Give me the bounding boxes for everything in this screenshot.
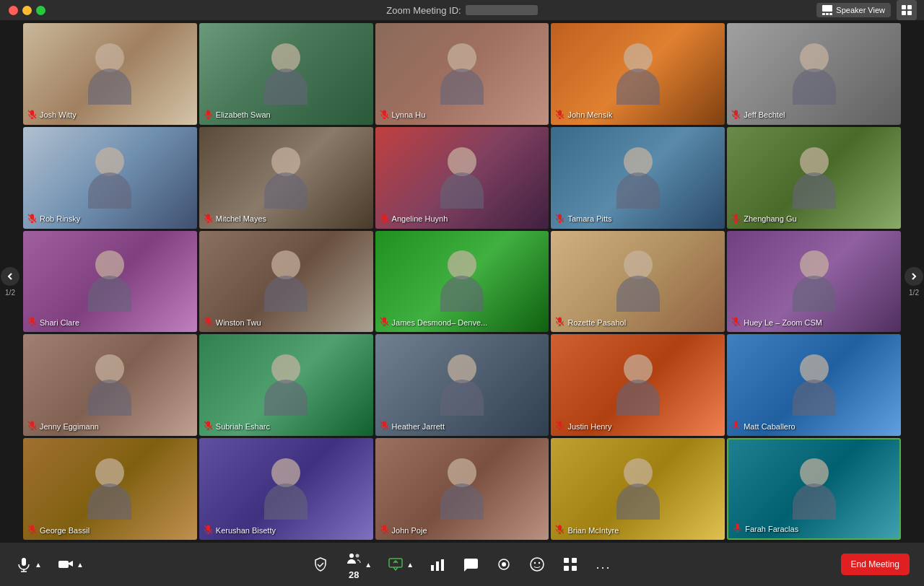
- participant-name-label: Subriah Esharc: [204, 421, 270, 432]
- maximize-button[interactable]: [36, 6, 45, 15]
- mute-status-icon: [731, 317, 741, 328]
- grid-view-button[interactable]: [897, 0, 917, 20]
- video-cell[interactable]: Winston Twu: [199, 231, 373, 333]
- audio-button[interactable]: [14, 555, 33, 574]
- security-button[interactable]: [311, 555, 330, 574]
- record-icon: [496, 556, 512, 572]
- close-button[interactable]: [9, 6, 18, 15]
- svg-rect-102: [736, 524, 739, 530]
- video-cell[interactable]: John Mensik: [551, 23, 725, 125]
- svg-rect-3: [829, 13, 832, 15]
- participant-name-text: Jeff Bechtel: [744, 110, 785, 119]
- end-meeting-label: End Meeting: [851, 559, 899, 569]
- participant-body: [440, 172, 484, 209]
- video-cell[interactable]: Lynna Hu: [375, 23, 549, 125]
- participant-head: [271, 354, 300, 383]
- audio-caret[interactable]: ▲: [35, 561, 42, 569]
- participant-body: [264, 484, 308, 520]
- svg-rect-114: [441, 559, 444, 571]
- speaker-view-button[interactable]: Speaker View: [816, 3, 891, 17]
- participant-name-label: Josh Witty: [27, 110, 77, 121]
- participant-head: [95, 458, 124, 487]
- toolbar-right: End Meeting: [841, 554, 910, 575]
- video-cell[interactable]: Brian McIntyre: [551, 438, 725, 540]
- participant-name-text: Brian McIntyre: [567, 526, 619, 535]
- chat-button[interactable]: [461, 555, 480, 574]
- participants-button[interactable]: 28: [344, 549, 363, 580]
- participant-body: [88, 69, 131, 105]
- share-screen-button[interactable]: [386, 555, 405, 574]
- participant-name-text: Farah Faraclas: [745, 525, 798, 533]
- video-cell[interactable]: Zhenghang Gu: [727, 127, 901, 229]
- video-cell[interactable]: George Bassil: [23, 438, 197, 540]
- participant-head: [448, 250, 476, 279]
- svg-point-117: [531, 558, 544, 571]
- participants-caret[interactable]: ▲: [365, 561, 372, 569]
- video-cell[interactable]: Rob Rinsky: [23, 127, 197, 229]
- stats-button[interactable]: [428, 555, 447, 574]
- mute-status-icon: [27, 110, 37, 121]
- prev-page-arrow[interactable]: 1/2: [0, 20, 20, 543]
- video-cell[interactable]: Josh Witty: [23, 23, 197, 125]
- video-cell[interactable]: Rozette Pasahol: [551, 231, 725, 333]
- svg-point-119: [539, 562, 540, 564]
- participant-body: [793, 172, 836, 209]
- video-cell[interactable]: Tamara Pitts: [551, 127, 725, 229]
- video-cell[interactable]: Farah Faraclas: [727, 438, 901, 540]
- participant-name-text: John Poje: [392, 526, 427, 535]
- svg-rect-113: [436, 561, 439, 571]
- apps-button[interactable]: [561, 555, 580, 574]
- video-cell[interactable]: Mitchel Mayes: [199, 127, 373, 229]
- participant-head: [448, 147, 476, 176]
- participant-head: [95, 250, 124, 279]
- participant-name-text: Matt Caballero: [744, 422, 796, 431]
- more-button[interactable]: ...: [594, 555, 613, 574]
- mute-status-icon: [380, 110, 389, 121]
- video-cell[interactable]: Angeline Huynh: [375, 127, 549, 229]
- window-title: Zoom Meeting ID:: [386, 5, 537, 16]
- video-cell[interactable]: Elizabeth Swan: [199, 23, 373, 125]
- participant-name-text: Heather Jarrett: [392, 422, 445, 431]
- participant-name-text: Angeline Huynh: [392, 214, 448, 223]
- video-cell[interactable]: Shari Clare: [23, 231, 197, 333]
- participant-name-label: Farah Faraclas: [733, 523, 798, 534]
- participant-name-label: Jenny Eggimann: [27, 421, 99, 432]
- video-cell[interactable]: Heather Jarrett: [375, 334, 549, 436]
- participant-name-label: James Desmond– Denve...: [380, 317, 488, 328]
- participant-name-text: Josh Witty: [40, 110, 77, 119]
- video-cell[interactable]: Huey Le – Zoom CSM: [727, 231, 901, 333]
- svg-rect-4: [902, 5, 906, 9]
- mute-status-icon: [204, 421, 213, 432]
- reactions-button[interactable]: [528, 555, 546, 574]
- share-caret[interactable]: ▲: [406, 561, 414, 569]
- participant-name-label: George Bassil: [27, 525, 90, 535]
- main-area: 1/2 Josh Witty Elizabeth Swan Lynna Hu: [0, 20, 924, 543]
- video-cell[interactable]: James Desmond– Denve...: [375, 231, 549, 333]
- video-cell[interactable]: Kerushan Bisetty: [199, 438, 373, 540]
- video-cell[interactable]: John Poje: [375, 438, 549, 540]
- minimize-button[interactable]: [22, 6, 32, 15]
- video-cell[interactable]: Jenny Eggimann: [23, 334, 197, 436]
- participant-name-label: John Poje: [380, 525, 427, 535]
- video-cell[interactable]: Jeff Bechtel: [727, 23, 901, 125]
- next-page-arrow[interactable]: 1/2: [904, 20, 924, 543]
- video-cell[interactable]: Subriah Esharc: [199, 334, 373, 436]
- reactions-icon: [529, 556, 545, 572]
- participant-body: [440, 380, 484, 416]
- participant-name-label: Lynna Hu: [380, 110, 426, 121]
- speaker-view-label: Speaker View: [836, 6, 885, 14]
- record-button[interactable]: [494, 555, 513, 574]
- video-caret[interactable]: ▲: [77, 561, 84, 569]
- participant-name-label: Rob Rinsky: [27, 214, 80, 224]
- participant-head: [800, 147, 829, 176]
- svg-rect-120: [564, 558, 569, 563]
- participant-body: [616, 172, 660, 209]
- participant-head: [624, 250, 653, 279]
- end-meeting-button[interactable]: End Meeting: [841, 554, 910, 575]
- title-label: Zoom Meeting ID:: [386, 5, 461, 16]
- video-cell[interactable]: Justin Henry: [551, 334, 725, 436]
- video-cell[interactable]: Matt Caballero: [727, 334, 901, 436]
- svg-rect-112: [431, 565, 434, 571]
- video-button[interactable]: [56, 555, 75, 574]
- participant-body: [264, 276, 308, 312]
